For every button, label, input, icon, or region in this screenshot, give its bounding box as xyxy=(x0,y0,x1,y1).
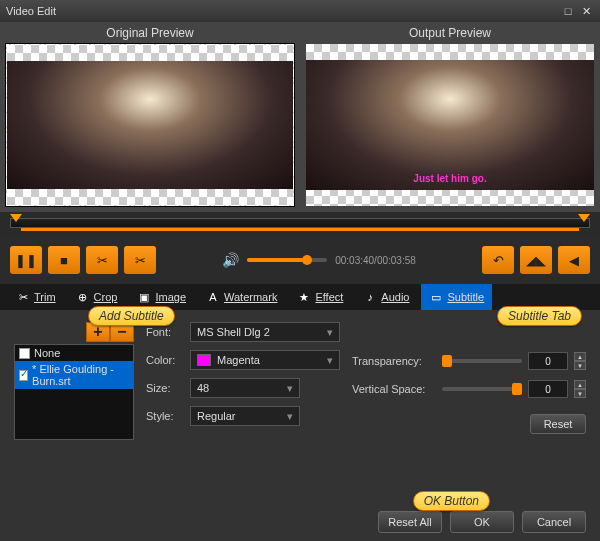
color-swatch xyxy=(197,354,211,366)
footer: OK Button Reset All OK Cancel xyxy=(0,503,600,541)
volume-icon: 🔊 xyxy=(222,252,239,268)
style-label: Style: xyxy=(146,410,182,422)
subtitle-list[interactable]: None * Ellie Goulding - Burn.srt xyxy=(14,344,134,440)
scissors-icon: ✂ xyxy=(16,290,30,304)
tab-watermark[interactable]: AWatermark xyxy=(198,284,285,310)
callout-subtitle-tab: Subtitle Tab xyxy=(497,306,582,326)
subtitle-icon: ▭ xyxy=(429,290,443,304)
callout-ok-button: OK Button xyxy=(413,491,490,511)
subtitle-item-file-label: * Ellie Goulding - Burn.srt xyxy=(32,363,129,387)
style-dropdown[interactable]: Regular xyxy=(190,406,300,426)
close-button[interactable]: ✕ xyxy=(578,4,594,18)
output-preview-label: Output Preview xyxy=(300,22,600,44)
volume-slider[interactable] xyxy=(247,258,327,262)
note-icon: ♪ xyxy=(363,290,377,304)
font-label: Font: xyxy=(146,326,182,338)
subtitle-item-none[interactable]: None xyxy=(15,345,133,361)
rotate-button[interactable]: ◀ xyxy=(558,246,590,274)
tab-subtitle-label: Subtitle xyxy=(447,291,484,303)
subtitle-properties: Font: MS Shell Dlg 2 Color: Magenta Size… xyxy=(146,322,340,440)
tab-effect[interactable]: ★Effect xyxy=(289,284,351,310)
subtitle-item-none-label: None xyxy=(34,347,60,359)
watermark-icon: A xyxy=(206,290,220,304)
trim-start-handle[interactable] xyxy=(10,214,22,222)
checkbox-none[interactable] xyxy=(19,348,30,359)
trim-end-handle[interactable] xyxy=(578,214,590,222)
transport-controls: ❚❚ ■ ✂ ✂ 🔊 00:03:40/00:03:58 ↶ ◢◣ ◀ xyxy=(0,236,600,284)
subtitle-list-area: + − None * Ellie Goulding - Burn.srt xyxy=(14,322,134,440)
vspace-stepper[interactable]: ▲▼ xyxy=(574,380,586,398)
size-value: 48 xyxy=(197,382,209,394)
cancel-button[interactable]: Cancel xyxy=(522,511,586,533)
image-icon: ▣ xyxy=(137,290,151,304)
output-video-frame: Just let him go. xyxy=(306,60,594,190)
cut-in-button[interactable]: ✂ xyxy=(86,246,118,274)
titlebar: Video Edit □ ✕ xyxy=(0,0,600,22)
cut-out-button[interactable]: ✂ xyxy=(124,246,156,274)
reset-button[interactable]: Reset xyxy=(530,414,586,434)
transparency-slider[interactable] xyxy=(442,359,522,363)
crop-icon: ⊕ xyxy=(76,290,90,304)
vspace-value[interactable]: 0 xyxy=(528,380,568,398)
tab-trim-label: Trim xyxy=(34,291,56,303)
transparency-value[interactable]: 0 xyxy=(528,352,568,370)
tab-effect-label: Effect xyxy=(315,291,343,303)
output-preview: Just let him go. xyxy=(306,44,594,206)
star-icon: ★ xyxy=(297,290,311,304)
style-value: Regular xyxy=(197,410,236,422)
size-dropdown[interactable]: 48 xyxy=(190,378,300,398)
font-value: MS Shell Dlg 2 xyxy=(197,326,270,338)
transparency-stepper[interactable]: ▲▼ xyxy=(574,352,586,370)
stop-button[interactable]: ■ xyxy=(48,246,80,274)
tab-audio-label: Audio xyxy=(381,291,409,303)
tab-subtitle[interactable]: ▭Subtitle xyxy=(421,284,492,310)
video-edit-window: Video Edit □ ✕ Original Preview Output P… xyxy=(0,0,600,541)
color-dropdown[interactable]: Magenta xyxy=(190,350,340,370)
color-label: Color: xyxy=(146,354,182,366)
checkbox-file[interactable] xyxy=(19,370,28,381)
transparency-label: Transparency: xyxy=(352,355,436,367)
subtitle-overlay-text: Just let him go. xyxy=(306,173,594,184)
ok-button[interactable]: OK xyxy=(450,511,514,533)
preview-area: Original Preview Output Preview Just let… xyxy=(0,22,600,212)
subtitle-panel: Add Subtitle Subtitle Tab + − None * Ell… xyxy=(0,310,600,503)
color-value: Magenta xyxy=(217,354,260,366)
tab-watermark-label: Watermark xyxy=(224,291,277,303)
undo-button[interactable]: ↶ xyxy=(482,246,514,274)
flip-button[interactable]: ◢◣ xyxy=(520,246,552,274)
font-dropdown[interactable]: MS Shell Dlg 2 xyxy=(190,322,340,342)
reset-all-button[interactable]: Reset All xyxy=(378,511,442,533)
window-title: Video Edit xyxy=(6,5,56,17)
tab-crop-label: Crop xyxy=(94,291,118,303)
subtitle-item-file[interactable]: * Ellie Goulding - Burn.srt xyxy=(15,361,133,389)
time-display: 00:03:40/00:03:58 xyxy=(335,255,416,266)
vspace-label: Vertical Space: xyxy=(352,383,436,395)
original-preview-label: Original Preview xyxy=(0,22,300,44)
vspace-slider[interactable] xyxy=(442,387,522,391)
pause-button[interactable]: ❚❚ xyxy=(10,246,42,274)
tab-trim[interactable]: ✂Trim xyxy=(8,284,64,310)
subtitle-sliders: Transparency: 0 ▲▼ Vertical Space: 0 ▲▼ … xyxy=(352,352,586,440)
output-preview-column: Output Preview Just let him go. xyxy=(300,22,600,212)
original-preview-column: Original Preview xyxy=(0,22,300,212)
tab-image-label: Image xyxy=(155,291,186,303)
callout-add-subtitle: Add Subtitle xyxy=(88,306,175,326)
maximize-button[interactable]: □ xyxy=(560,4,576,18)
original-preview[interactable] xyxy=(6,44,294,206)
tab-audio[interactable]: ♪Audio xyxy=(355,284,417,310)
timeline[interactable] xyxy=(0,212,600,236)
original-video-frame xyxy=(7,61,293,189)
size-label: Size: xyxy=(146,382,182,394)
